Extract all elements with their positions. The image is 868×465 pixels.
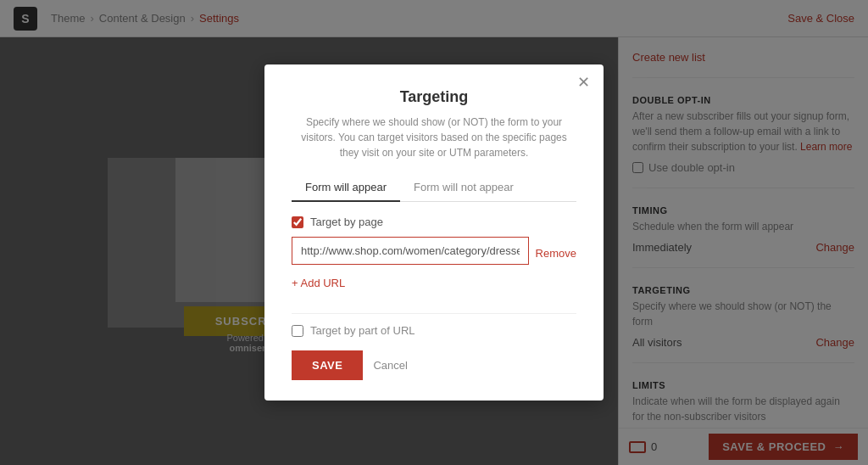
- modal-description: Specify where we should show (or NOT) th…: [292, 115, 576, 160]
- target-by-page-checkbox[interactable]: [292, 216, 303, 228]
- target-by-part-label: Target by part of URL: [310, 324, 415, 337]
- url-input-row: Remove: [292, 237, 576, 270]
- target-by-page-label: Target by page: [310, 216, 383, 228]
- url-input[interactable]: [292, 237, 529, 265]
- target-by-part-checkbox[interactable]: [292, 325, 303, 337]
- target-by-part-row: Target by part of URL: [292, 324, 576, 337]
- modal-actions: SAVE Cancel: [292, 350, 576, 380]
- modal-overlay: ✕ Targeting Specify where we should show…: [0, 0, 868, 465]
- remove-url-button[interactable]: Remove: [536, 247, 576, 260]
- target-by-page-row: Target by page: [292, 216, 576, 228]
- tab-form-not-appear[interactable]: Form will not appear: [400, 174, 527, 202]
- modal-divider: [292, 313, 576, 314]
- tab-form-appear[interactable]: Form will appear: [292, 174, 400, 202]
- modal-tabs: Form will appear Form will not appear: [292, 174, 576, 202]
- modal-cancel-button[interactable]: Cancel: [373, 359, 407, 372]
- add-url-button[interactable]: + Add URL: [292, 277, 345, 289]
- modal-save-button[interactable]: SAVE: [292, 350, 363, 380]
- modal-close-button[interactable]: ✕: [577, 75, 590, 90]
- targeting-modal: ✕ Targeting Specify where we should show…: [264, 64, 604, 401]
- target-by-page-section: Target by page Remove + Add URL: [292, 216, 576, 300]
- modal-title: Targeting: [292, 88, 576, 106]
